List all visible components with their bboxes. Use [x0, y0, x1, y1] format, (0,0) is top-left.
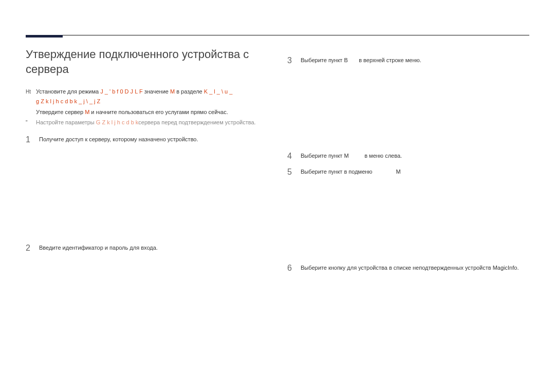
- step-1: 1 Получите доступ к серверу, которому на…: [26, 135, 268, 144]
- t: Настройте параметры: [36, 119, 96, 125]
- note-block: Ht Установите для режима J _ ' b f 0 D J…: [26, 87, 268, 127]
- t: B: [344, 57, 347, 63]
- t: в разделе: [175, 88, 204, 95]
- t: в подменю: [344, 169, 374, 175]
- step-text: Выберите пункт B в верхней строке меню.: [301, 55, 529, 65]
- note-marker: Ht: [26, 87, 33, 96]
- top-rule: [26, 35, 529, 35]
- step-text: Выберите кнопку для устройства в списке …: [301, 263, 529, 273]
- t: Установите для режима: [36, 88, 100, 95]
- t: Утвердите сервер: [36, 109, 85, 115]
- t: Выберите кнопку: [301, 265, 347, 271]
- step-text: Выберите пункт в подменю M: [301, 167, 529, 177]
- t: M: [344, 153, 348, 159]
- t: Выберите пункт: [301, 57, 344, 63]
- t: M: [396, 169, 400, 175]
- t: в меню слева.: [363, 153, 402, 159]
- top-rule-accent: [26, 35, 63, 38]
- note-line-2: Утвердите сервер M и начните пользоватьс…: [26, 107, 268, 117]
- step-number: 3: [287, 55, 294, 65]
- t: Выберите пункт: [301, 153, 344, 159]
- t: для устройства в списке неподтвержденных…: [347, 265, 519, 271]
- step-text: Введите идентификатор и пароль для входа…: [39, 243, 268, 253]
- note-text: Утвердите сервер M и начните пользоватьс…: [36, 107, 268, 117]
- note-line-3: " Настройте параметры G Z k l j h c d b …: [26, 118, 268, 127]
- t-red: M: [85, 109, 89, 115]
- t-red: K _ l _ \ u _: [204, 88, 233, 95]
- note-text: Настройте параметры G Z k l j h c d b kс…: [36, 118, 268, 127]
- note-marker: ": [26, 118, 33, 127]
- spacer: [287, 71, 529, 151]
- note-marker-empty: [26, 107, 33, 108]
- t-red: J _ ' b f 0 D J L F: [100, 88, 142, 95]
- step-3: 3 Выберите пункт B в верхней строке меню…: [287, 55, 529, 65]
- t: и начните пользоваться его услугами прям…: [89, 109, 228, 115]
- step-4: 4 Выберите пункт M в меню слева.: [287, 151, 529, 161]
- page-title: Утверждение подключенного устройства с с…: [26, 47, 268, 77]
- t-red: M: [170, 88, 175, 95]
- t: в верхней строке меню.: [357, 57, 421, 63]
- step-number: 6: [287, 263, 294, 273]
- spacer: [287, 47, 529, 55]
- step-number: 5: [287, 167, 294, 177]
- step-text: Получите доступ к серверу, которому назн…: [39, 135, 268, 144]
- right-column: 3 Выберите пункт B в верхней строке меню…: [287, 47, 529, 279]
- step-5: 5 Выберите пункт в подменю M: [287, 167, 529, 177]
- step-2: 2 Введите идентификатор и пароль для вхо…: [26, 243, 268, 253]
- step-number: 2: [26, 243, 33, 253]
- t-red: G Z k l j h c d b k: [96, 119, 139, 125]
- left-column: Утверждение подключенного устройства с с…: [26, 47, 268, 279]
- step-6: 6 Выберите кнопку для устройства в списк…: [287, 263, 529, 273]
- spacer: [26, 151, 268, 243]
- t: Выберите пункт: [301, 169, 344, 175]
- step-text: Выберите пункт M в меню слева.: [301, 151, 529, 161]
- spacer: [287, 183, 529, 263]
- t: сервера перед подтверждением устройства.: [138, 119, 255, 125]
- step-number: 1: [26, 135, 33, 144]
- note-line-1: Ht Установите для режима J _ ' b f 0 D J…: [26, 87, 268, 106]
- step-number: 4: [287, 151, 294, 161]
- t-red: g Z k l j h c d b k _ j \ _ j Z: [36, 98, 100, 104]
- content-area: Утверждение подключенного устройства с с…: [26, 47, 529, 279]
- t: значение: [143, 88, 170, 95]
- note-text: Установите для режима J _ ' b f 0 D J L …: [36, 87, 268, 106]
